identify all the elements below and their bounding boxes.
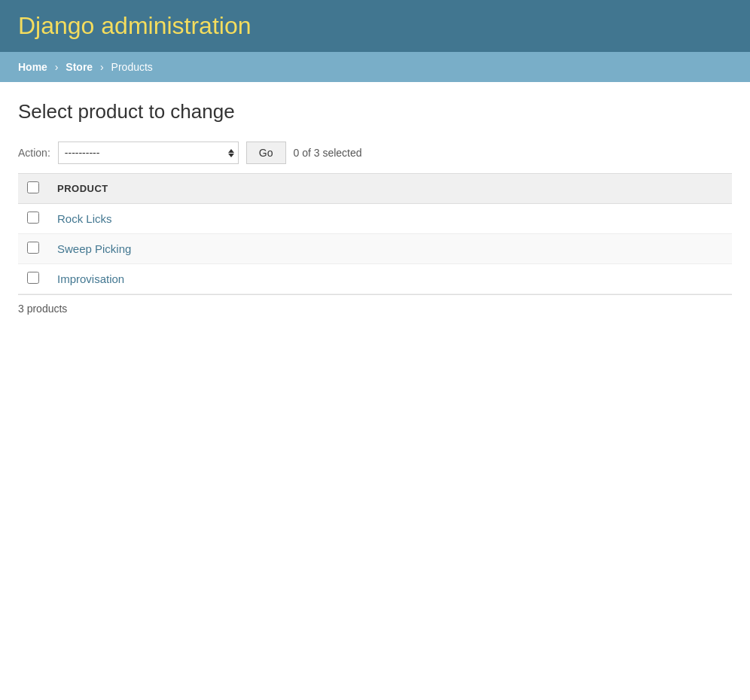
table-row: Improvisation	[18, 264, 732, 294]
breadcrumb-home[interactable]: Home	[18, 61, 47, 73]
breadcrumb: Home › Store › Products	[0, 52, 750, 82]
action-bar: Action: ---------- Go 0 of 3 selected	[18, 142, 732, 164]
header-checkbox-cell	[18, 174, 48, 204]
product-name-cell: Rock Licks	[48, 204, 732, 234]
row-checkbox-3[interactable]	[27, 272, 39, 284]
row-checkbox-cell	[18, 264, 48, 294]
breadcrumb-separator-1: ›	[55, 61, 59, 73]
breadcrumb-store[interactable]: Store	[66, 61, 93, 73]
row-checkbox-1[interactable]	[27, 212, 39, 224]
action-select-wrapper: ----------	[58, 142, 239, 164]
site-header: Django administration	[0, 0, 750, 52]
product-name-cell: Improvisation	[48, 264, 732, 294]
product-table: PRODUCT Rock LicksSweep PickingImprovisa…	[18, 173, 732, 294]
row-checkbox-2[interactable]	[27, 242, 39, 254]
page-title: Select product to change	[18, 100, 732, 123]
action-select[interactable]: ----------	[58, 142, 239, 164]
table-row: Sweep Picking	[18, 234, 732, 264]
action-label: Action:	[18, 147, 50, 159]
breadcrumb-current: Products	[111, 61, 153, 73]
table-header-row: PRODUCT	[18, 174, 732, 204]
product-link-3[interactable]: Improvisation	[57, 272, 124, 285]
select-all-checkbox[interactable]	[27, 181, 39, 193]
selected-count: 0 of 3 selected	[294, 147, 362, 159]
table-footer: 3 products	[18, 294, 732, 322]
breadcrumb-separator-2: ›	[100, 61, 104, 73]
site-title: Django administration	[18, 12, 732, 40]
go-button[interactable]: Go	[246, 142, 286, 164]
column-product-header: PRODUCT	[48, 174, 732, 204]
product-name-cell: Sweep Picking	[48, 234, 732, 264]
row-checkbox-cell	[18, 234, 48, 264]
product-count: 3 products	[18, 303, 67, 315]
product-link-2[interactable]: Sweep Picking	[57, 242, 131, 255]
product-table-body: Rock LicksSweep PickingImprovisation	[18, 204, 732, 294]
product-link-1[interactable]: Rock Licks	[57, 212, 112, 225]
main-content: Select product to change Action: -------…	[0, 82, 750, 340]
row-checkbox-cell	[18, 204, 48, 234]
table-row: Rock Licks	[18, 204, 732, 234]
